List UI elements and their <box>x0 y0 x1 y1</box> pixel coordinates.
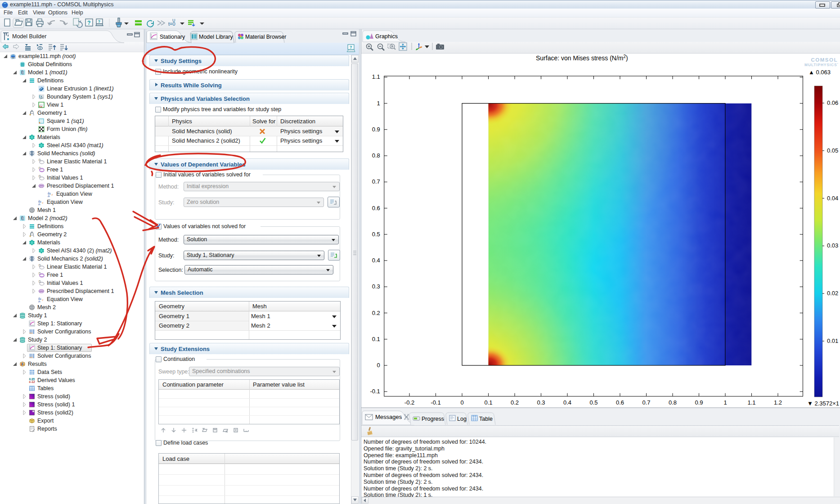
svg-text:▼ 2.3572×1: ▼ 2.3572×1 <box>807 400 839 407</box>
svg-text:0.9: 0.9 <box>372 126 380 133</box>
svg-text:COMSOL: COMSOL <box>811 57 838 63</box>
svg-text:Surface: von Mises stress (N/m: Surface: von Mises stress (N/m2) <box>536 54 628 62</box>
svg-text:1.2: 1.2 <box>774 399 782 406</box>
svg-text:0.04: 0.04 <box>827 195 838 202</box>
svg-text:0.6: 0.6 <box>616 399 624 406</box>
svg-text:0.8: 0.8 <box>372 152 380 159</box>
svg-text:Stationary: Stationary <box>160 34 185 40</box>
svg-text:0.2: 0.2 <box>372 310 380 316</box>
svg-text:?: ? <box>350 45 352 50</box>
svg-text:Messages: Messages <box>375 414 402 420</box>
svg-text:0.1: 0.1 <box>484 399 492 406</box>
svg-text:∂t: ∂t <box>38 300 40 303</box>
svg-text:Graphics: Graphics <box>375 33 398 40</box>
svg-text:0.8: 0.8 <box>669 399 677 406</box>
svg-text:0.5: 0.5 <box>589 399 597 406</box>
svg-text:e-12: e-12 <box>29 380 35 383</box>
svg-text:0.2: 0.2 <box>511 399 519 406</box>
svg-text:Material Browser: Material Browser <box>245 34 286 40</box>
svg-text::f: :f <box>42 299 44 302</box>
svg-text:1: 1 <box>723 399 727 406</box>
svg-text:0.9: 0.9 <box>695 399 703 406</box>
svg-text:1.1: 1.1 <box>747 399 755 406</box>
svg-text:0.6: 0.6 <box>372 205 380 212</box>
svg-text:∂t: ∂t <box>48 195 50 198</box>
svg-text:Log: Log <box>457 416 467 422</box>
svg-text:0.3: 0.3 <box>372 283 380 290</box>
svg-text:0: 0 <box>460 399 463 406</box>
svg-text:∂t: ∂t <box>38 203 40 206</box>
svg-text:-0.1: -0.1 <box>431 399 440 406</box>
svg-text:Table: Table <box>479 416 493 422</box>
svg-text:0.7: 0.7 <box>642 399 650 406</box>
svg-text:?: ? <box>87 20 90 26</box>
svg-text:1.1: 1.1 <box>372 73 380 80</box>
svg-text::f: :f <box>51 194 53 196</box>
svg-text:0.03: 0.03 <box>827 242 838 249</box>
svg-text:0.4: 0.4 <box>372 257 380 264</box>
svg-text:∂u: ∂u <box>38 297 41 300</box>
svg-text:0.01: 0.01 <box>827 338 838 344</box>
svg-text:-0.1: -0.1 <box>370 388 380 395</box>
svg-text:0.5: 0.5 <box>372 231 380 238</box>
svg-text:∂u: ∂u <box>48 192 50 194</box>
svg-text::f: :f <box>42 202 44 204</box>
svg-text:0.3: 0.3 <box>537 399 545 406</box>
svg-text:0.05: 0.05 <box>827 147 838 154</box>
svg-text:0.7: 0.7 <box>372 178 380 185</box>
svg-text:Progress: Progress <box>422 416 444 422</box>
svg-text:0.1: 0.1 <box>372 336 380 342</box>
svg-text:0: 0 <box>377 362 380 369</box>
svg-text:U: U <box>172 18 175 22</box>
svg-text:0.4: 0.4 <box>563 399 571 406</box>
svg-text:0.06: 0.06 <box>827 99 838 106</box>
svg-text:1: 1 <box>377 100 380 107</box>
svg-text:Model Library: Model Library <box>199 34 233 40</box>
svg-text:-0.2: -0.2 <box>404 399 414 406</box>
svg-text:MULTIPHYSICS´: MULTIPHYSICS´ <box>804 63 839 67</box>
svg-text:?: ? <box>98 19 101 24</box>
svg-text:▲ 0.063: ▲ 0.063 <box>809 69 831 76</box>
svg-text:0.02: 0.02 <box>827 290 838 297</box>
svg-text:∂u: ∂u <box>38 200 41 202</box>
svg-text:Model Builder: Model Builder <box>12 33 46 40</box>
